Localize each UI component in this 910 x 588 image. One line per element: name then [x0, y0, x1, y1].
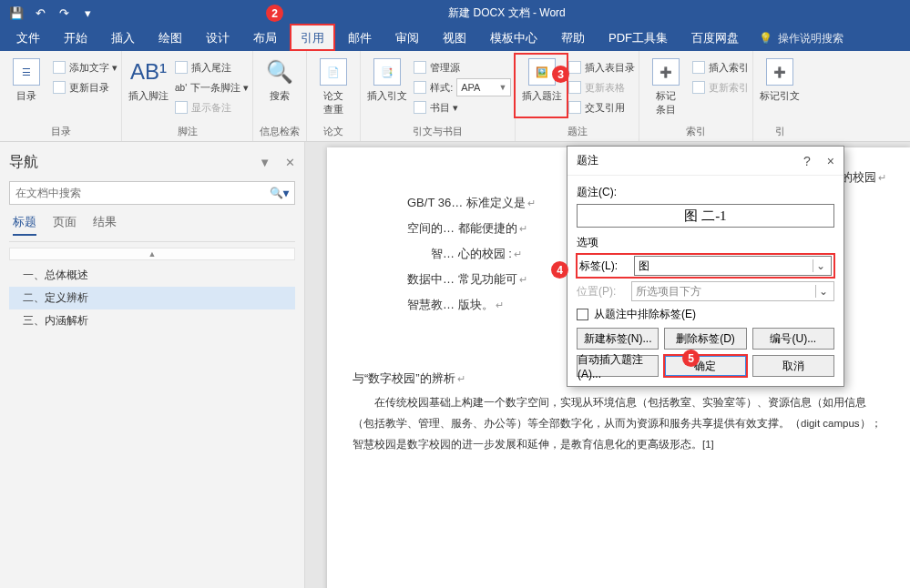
- magnifier-icon: 🔍: [266, 58, 293, 86]
- mark-citation-button[interactable]: ➕标记引文: [757, 56, 803, 103]
- nav-dropdown-icon[interactable]: ▼: [259, 156, 271, 169]
- qat-customize-icon[interactable]: ▾: [80, 5, 95, 20]
- undo-icon[interactable]: ↶: [33, 5, 47, 20]
- badge-step-2: 2: [266, 5, 283, 22]
- nav-tab-headings[interactable]: 标题: [13, 214, 36, 236]
- nav-divider: [9, 241, 295, 242]
- plus-icon: [53, 61, 66, 74]
- chevron-down-icon: ⌄: [815, 285, 830, 298]
- navigation-title: 导航: [9, 153, 38, 172]
- save-icon[interactable]: 💾: [9, 5, 24, 20]
- dialog-help-icon[interactable]: ?: [803, 154, 811, 168]
- tell-me-label: 操作说明搜索: [778, 31, 844, 46]
- badge-step-5: 5: [682, 350, 700, 367]
- dialog-title-bar[interactable]: 题注 ? ×: [567, 147, 844, 176]
- ribbon-group-paper-check: 📄论文 查重 论文: [307, 51, 361, 141]
- delete-label-button[interactable]: 删除标签(D): [664, 328, 746, 350]
- update-toc-button[interactable]: 更新目录: [53, 78, 118, 96]
- style-icon: [414, 81, 426, 94]
- chevron-down-icon: ⌄: [813, 259, 827, 272]
- crossref-icon: [568, 101, 581, 114]
- tab-baidu-disk[interactable]: 百度网盘: [680, 25, 750, 51]
- numbering-button[interactable]: 编号(U)...: [752, 328, 834, 350]
- highlight-insert-caption: [514, 53, 568, 118]
- markcit-icon: ➕: [766, 58, 793, 86]
- tab-file[interactable]: 文件: [5, 25, 51, 51]
- refresh-icon: [53, 81, 66, 94]
- insert-citation-button[interactable]: 📑插入引文: [364, 56, 410, 103]
- next-footnote-button[interactable]: ab'下一条脚注 ▾: [175, 78, 249, 96]
- ribbon-group-index: ➕标记 条目 插入索引 更新索引 索引: [639, 51, 753, 141]
- label-row: 标签(L): 图 ⌄: [577, 254, 834, 278]
- tof-icon: [568, 61, 581, 74]
- biblio-icon: [414, 101, 426, 114]
- nav-collapse-bar[interactable]: ▲: [9, 248, 295, 260]
- bibliography-button[interactable]: 书目 ▾: [414, 98, 511, 117]
- auto-caption-button[interactable]: 自动插入题注(A)...: [577, 355, 659, 377]
- research-button[interactable]: 🔍搜索: [257, 56, 302, 103]
- dialog-close-icon[interactable]: ×: [827, 154, 834, 168]
- nav-tabs: 标题 页面 结果: [9, 205, 295, 241]
- body-paragraph: 在传统校园基础上构建一个数字空间，实现从环境信息（包括教室、实验室等）、资源信息…: [353, 392, 886, 455]
- navigation-pane: 导航 ▼ ✕ 🔍▾ 标题 页面 结果 ▲ 一、总体概述 二、定义辨析 三、内涵解…: [0, 142, 305, 588]
- exclude-label-text: 从题注中排除标签(E): [594, 307, 696, 322]
- nav-tab-pages[interactable]: 页面: [53, 214, 77, 236]
- mark-entry-button[interactable]: ➕标记 条目: [643, 56, 689, 117]
- window-title: 新建 DOCX 文档 - Word: [104, 5, 910, 21]
- insert-footnote-button[interactable]: AB¹ 插入脚注: [126, 56, 171, 103]
- tab-pdf-tools[interactable]: PDF工具集: [598, 25, 679, 51]
- cancel-button[interactable]: 取消: [752, 355, 834, 377]
- caption-c-label: 题注(C):: [577, 185, 834, 200]
- outline-item-2[interactable]: 二、定义辨析: [9, 287, 295, 309]
- tab-insert[interactable]: 插入: [100, 25, 146, 51]
- toc-button[interactable]: ☰ 目录: [4, 56, 49, 103]
- nav-close-icon[interactable]: ✕: [285, 156, 295, 169]
- caption-value-field[interactable]: 图 二-1: [577, 204, 834, 228]
- insert-endnote-button[interactable]: 插入尾注: [175, 58, 249, 76]
- caption-dialog: 题注 ? × 题注(C): 图 二-1 选项 标签(L): 图 ⌄ 4 位置(P…: [567, 146, 844, 387]
- style-dropdown[interactable]: APA▼: [456, 78, 511, 96]
- tell-me-search[interactable]: 💡 操作说明搜索: [759, 31, 844, 46]
- quick-access-toolbar: 💾 ↶ ↷ ▾: [0, 5, 104, 20]
- new-label-button[interactable]: 新建标签(N)...: [577, 328, 659, 350]
- exclude-label-row[interactable]: 从题注中排除标签(E): [577, 307, 834, 322]
- tab-templates[interactable]: 模板中心: [479, 25, 548, 51]
- lightbulb-icon: 💡: [759, 32, 772, 45]
- tab-design[interactable]: 设计: [195, 25, 240, 51]
- outline-item-1[interactable]: 一、总体概述: [9, 264, 295, 287]
- tab-draw[interactable]: 绘图: [148, 25, 193, 51]
- nav-tab-results[interactable]: 结果: [93, 214, 117, 236]
- checkbox-icon[interactable]: [577, 309, 588, 320]
- nav-search-box[interactable]: 🔍▾: [9, 181, 295, 205]
- notes-icon: [175, 101, 188, 114]
- tab-layout[interactable]: 布局: [242, 25, 288, 51]
- tab-help[interactable]: 帮助: [550, 25, 596, 51]
- label-dropdown[interactable]: 图 ⌄: [634, 256, 832, 276]
- insert-table-of-figures-button[interactable]: 插入表目录: [568, 58, 635, 76]
- manage-sources-button[interactable]: 管理源: [414, 58, 511, 76]
- tab-view[interactable]: 视图: [432, 25, 477, 51]
- redo-icon[interactable]: ↷: [56, 5, 71, 20]
- ribbon-group-search: 🔍搜索 信息检索: [253, 51, 307, 141]
- search-icon[interactable]: 🔍▾: [270, 187, 289, 199]
- tab-mailings[interactable]: 邮件: [337, 25, 383, 51]
- show-notes-button: 显示备注: [175, 98, 249, 117]
- paper-icon: 📄: [320, 58, 347, 86]
- markentry-icon: ➕: [652, 58, 680, 86]
- paper-check-button[interactable]: 📄论文 查重: [311, 56, 356, 117]
- add-text-button[interactable]: 添加文字 ▾: [53, 58, 118, 76]
- tab-review[interactable]: 审阅: [384, 25, 430, 51]
- ribbon-group-toa: ➕标记引文 引: [753, 51, 806, 141]
- cross-reference-button[interactable]: 交叉引用: [568, 98, 635, 117]
- insert-index-button[interactable]: 插入索引: [692, 58, 749, 76]
- update-index-button: 更新索引: [692, 78, 749, 96]
- updateidx-icon: [692, 81, 705, 94]
- update-tables-button: 更新表格: [568, 78, 635, 96]
- tab-home[interactable]: 开始: [53, 25, 98, 51]
- highlight-tab-references: [290, 24, 335, 51]
- ok-button[interactable]: 确定: [664, 355, 746, 377]
- footnote-icon: AB¹: [135, 58, 162, 86]
- nav-search-input[interactable]: [15, 187, 270, 199]
- outline-item-3[interactable]: 三、内涵解析: [9, 309, 295, 332]
- chevron-down-icon: ▼: [498, 83, 506, 92]
